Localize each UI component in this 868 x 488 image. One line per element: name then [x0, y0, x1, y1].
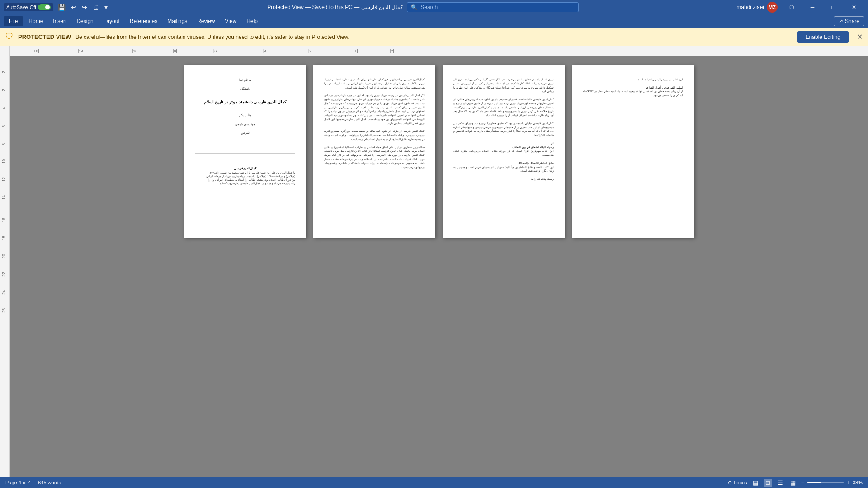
page1-content: به نام خدا دانشگاه كمال الدين فارسي دانش…: [195, 78, 295, 186]
page1-footer-title: كمال‌الدين فارسي: [195, 166, 295, 171]
page-3: نوري كه از ماده درخشان ساطع مي‌شود، حقيق…: [443, 65, 565, 238]
customize-icon[interactable]: ▾: [103, 3, 109, 12]
web-layout-button[interactable]: ⊞: [764, 479, 772, 487]
zoom-slider[interactable]: [807, 482, 844, 483]
title-center: كمال الدين فارسي — Protected View — Save…: [113, 2, 733, 12]
menu-bar-right: ↗ Share: [834, 16, 864, 26]
focus-label: Focus: [734, 480, 747, 485]
page4-content: اين كتاب در مورد رائيه و رياضيات است. اس…: [583, 78, 683, 98]
share-icon: ↗: [839, 18, 843, 24]
ruler-track: |18| |14| |10| |8| |6| |4| |2| |1| |2|: [10, 46, 868, 56]
autosave-label: AutoSave: [6, 5, 28, 10]
user-name: mahdi ziaei: [736, 4, 764, 10]
close-button[interactable]: ✕: [844, 0, 864, 14]
page2-content: كمال‌الدين فارسي رياضيدان و فيزيكدان نظر…: [324, 78, 425, 169]
page1-line2: دانشگاه: [240, 87, 250, 91]
protected-message: Be careful—files from the Internet can c…: [75, 34, 793, 40]
page3-content: نوري كه از ماده درخشان ساطع مي‌شود، حقيق…: [453, 78, 554, 181]
minimize-button[interactable]: ─: [802, 0, 823, 14]
search-icon: 🔍: [411, 4, 418, 10]
print-icon[interactable]: 🖨: [91, 3, 101, 12]
svg-text:2: 2: [1, 71, 6, 73]
page-4: اين كتاب در مورد رائيه و رياضيات است. اس…: [572, 65, 694, 238]
redo-icon[interactable]: ↪: [80, 3, 89, 12]
page1-footer-text: با كمال الدين بن علي بن حسن فارسي با ابو…: [205, 171, 295, 186]
svg-text:|14|: |14|: [78, 49, 85, 53]
menu-help[interactable]: Help: [242, 16, 262, 26]
profile-icon[interactable]: ⬡: [781, 0, 802, 14]
search-input[interactable]: [420, 4, 575, 10]
svg-text:24: 24: [1, 290, 6, 295]
page1-line1: به نام خدا: [239, 78, 251, 82]
autosave-switch[interactable]: [38, 4, 51, 10]
ruler-svg: |18| |14| |10| |8| |6| |4| |2| |1| |2|: [10, 46, 868, 56]
autosave-toggle[interactable]: AutoSave Off: [4, 3, 53, 11]
page1-name: شرس: [241, 131, 250, 135]
svg-text:4: 4: [1, 107, 6, 109]
document-area[interactable]: به نام خدا دانشگاه كمال الدين فارسي دانش…: [10, 56, 868, 477]
enable-editing-button[interactable]: Enable Editing: [797, 31, 849, 43]
page1-dept: مهندسي شيمي: [235, 122, 255, 126]
outline-view-button[interactable]: ▦: [788, 479, 797, 487]
zoom-out-button[interactable]: −: [801, 479, 805, 486]
menu-view[interactable]: View: [221, 16, 241, 26]
page1-advisor: جناب دكتر: [239, 113, 252, 117]
menu-layout[interactable]: Layout: [99, 16, 124, 26]
svg-text:|1|: |1|: [354, 49, 358, 53]
svg-text:26: 26: [1, 308, 6, 313]
focus-button[interactable]: ⊙ Focus: [728, 480, 747, 486]
undo-icon[interactable]: ↩: [69, 3, 78, 12]
svg-text:2: 2: [1, 89, 6, 91]
page-1: به نام خدا دانشگاه كمال الدين فارسي دانش…: [184, 65, 306, 238]
menu-mailings[interactable]: Mailings: [163, 16, 192, 26]
focus-icon: ⊙: [728, 480, 732, 486]
menu-references[interactable]: References: [125, 16, 162, 26]
status-bar: Page 4 of 4 645 words ⊙ Focus ▤ ⊞ ☰ ▦ − …: [0, 477, 868, 488]
svg-text:16: 16: [1, 218, 6, 222]
svg-text:22: 22: [1, 272, 6, 277]
svg-text:18: 18: [1, 236, 6, 240]
protected-view-bar: 🛡 PROTECTED VIEW Be careful—files from t…: [0, 28, 868, 46]
svg-text:|8|: |8|: [173, 49, 177, 53]
status-right: ⊙ Focus ▤ ⊞ ☰ ▦ − + 38%: [728, 479, 863, 487]
svg-text:6: 6: [1, 125, 6, 127]
menu-file[interactable]: File: [4, 16, 23, 26]
save-icon[interactable]: 💾: [56, 3, 67, 12]
read-mode-button[interactable]: ☰: [776, 479, 785, 487]
svg-text:12: 12: [1, 177, 6, 182]
maximize-button[interactable]: □: [823, 0, 844, 14]
svg-text:|2|: |2|: [308, 49, 313, 53]
share-label: Share: [845, 18, 859, 24]
menu-insert[interactable]: Insert: [48, 16, 71, 26]
shield-icon: 🛡: [5, 32, 14, 42]
autosave-state: Off: [30, 5, 36, 10]
menu-review[interactable]: Review: [193, 16, 219, 26]
pages-row: به نام خدا دانشگاه كمال الدين فارسي دانش…: [184, 65, 694, 238]
svg-text:|10|: |10|: [132, 49, 139, 53]
menu-home[interactable]: Home: [24, 16, 47, 26]
share-button[interactable]: ↗ Share: [834, 16, 864, 26]
word-count: 645 words: [38, 480, 61, 485]
user-info[interactable]: mahdi ziaei MZ: [736, 2, 778, 13]
svg-text:20: 20: [1, 254, 6, 258]
menu-design[interactable]: Design: [72, 16, 98, 26]
close-protected-bar-button[interactable]: ✕: [857, 33, 863, 41]
svg-text:|18|: |18|: [33, 49, 39, 53]
horizontal-ruler: |18| |14| |10| |8| |6| |4| |2| |1| |2|: [0, 46, 868, 56]
vertical-ruler: 2 2 4 6 8 10 12 14 16 18 20 22 24 26: [0, 56, 9, 477]
title-bar-right: mahdi ziaei MZ ⬡ ─ □ ✕: [736, 0, 864, 14]
print-layout-button[interactable]: ▤: [751, 479, 760, 487]
zoom-in-button[interactable]: +: [846, 479, 850, 486]
zoom-slider-fill: [807, 482, 821, 483]
main-area: 2 2 4 6 8 10 12 14 16 18 20 22 24 26: [0, 56, 868, 477]
window-controls: ⬡ ─ □ ✕: [781, 0, 864, 14]
zoom-control: − + 38%: [801, 479, 863, 486]
title-bar-left: AutoSave Off 💾 ↩ ↪ 🖨 ▾: [4, 3, 109, 12]
toolbar-icons: 💾 ↩ ↪ 🖨 ▾: [56, 3, 109, 12]
doc-title: كمال الدين فارسي — Protected View — Save…: [267, 4, 403, 10]
search-bar[interactable]: 🔍: [407, 2, 579, 12]
ruler-corner: [0, 46, 10, 56]
user-avatar: MZ: [767, 2, 778, 13]
title-bar: AutoSave Off 💾 ↩ ↪ 🖨 ▾ كمال الدين فارسي …: [0, 0, 868, 14]
protected-label: PROTECTED VIEW: [18, 33, 71, 40]
